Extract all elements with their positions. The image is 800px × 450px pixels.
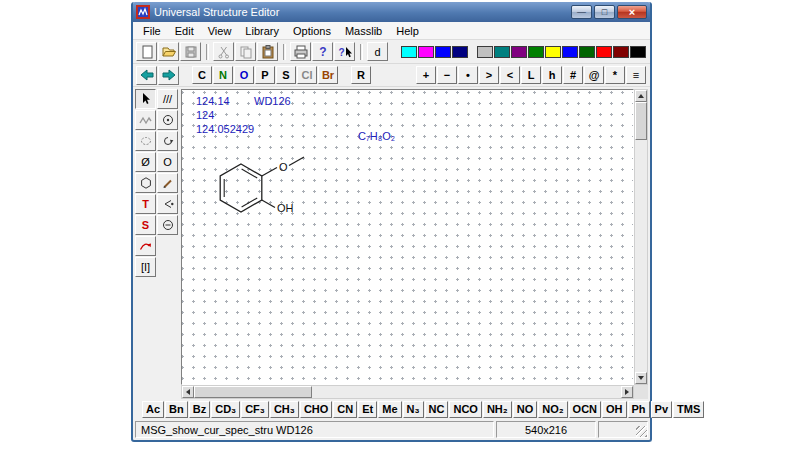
- horizontal-scrollbar[interactable]: [181, 385, 634, 399]
- element-button-cl[interactable]: Cl: [297, 66, 317, 84]
- chain-tool[interactable]: [135, 110, 156, 130]
- color-swatch[interactable]: [596, 46, 612, 58]
- group-button[interactable]: NC: [425, 401, 449, 418]
- group-button[interactable]: NO₂: [538, 401, 567, 418]
- structure-canvas[interactable]: 124.14 WD126 124 124.052429 C₇H₈O₂ O: [181, 89, 634, 385]
- cut-button[interactable]: [213, 42, 234, 61]
- group-button[interactable]: NO: [513, 401, 538, 418]
- color-swatch[interactable]: [528, 46, 544, 58]
- color-swatch[interactable]: [452, 46, 468, 58]
- element-button-s[interactable]: S: [276, 66, 296, 84]
- symbol-button-plus[interactable]: +: [416, 66, 436, 84]
- scroll-down-button[interactable]: [635, 372, 647, 384]
- pointer-tool[interactable]: [135, 89, 156, 109]
- color-swatch[interactable]: [630, 46, 646, 58]
- s-curve-tool[interactable]: S: [135, 215, 156, 235]
- group-button[interactable]: OH: [602, 401, 627, 418]
- group-button[interactable]: Bz: [189, 401, 210, 418]
- minus-circle-tool[interactable]: [157, 215, 178, 235]
- group-button[interactable]: TMS: [673, 401, 704, 418]
- horizontal-scroll-track[interactable]: [194, 386, 621, 398]
- save-button[interactable]: [180, 42, 201, 61]
- back-button[interactable]: [136, 66, 157, 85]
- symbol-button-l[interactable]: L: [521, 66, 541, 84]
- group-button[interactable]: Pv: [651, 401, 672, 418]
- menu-masslib[interactable]: Masslib: [338, 23, 389, 39]
- element-button-o[interactable]: O: [234, 66, 254, 84]
- group-button[interactable]: Bn: [165, 401, 188, 418]
- scroll-up-button[interactable]: [635, 90, 647, 102]
- ring-template-tool[interactable]: [135, 173, 156, 193]
- symbol-button-minus[interactable]: −: [437, 66, 457, 84]
- vertical-scroll-track[interactable]: [635, 102, 647, 372]
- vertical-scrollbar[interactable]: [634, 89, 648, 385]
- minimize-button[interactable]: —: [571, 5, 592, 19]
- group-button[interactable]: CD₃: [211, 401, 240, 418]
- curve-arrow-tool[interactable]: [135, 236, 156, 256]
- d-button[interactable]: d: [367, 42, 388, 61]
- new-file-button[interactable]: [136, 42, 157, 61]
- rotate-tool[interactable]: [157, 131, 178, 151]
- menu-file[interactable]: File: [136, 23, 168, 39]
- group-button[interactable]: Me: [378, 401, 401, 418]
- title-bar[interactable]: Universal Structure Editor — □ ×: [133, 2, 650, 22]
- symbol-button-dot[interactable]: •: [458, 66, 478, 84]
- print-button[interactable]: [290, 42, 311, 61]
- vertical-scroll-thumb[interactable]: [635, 102, 647, 140]
- symbol-button-at[interactable]: @: [584, 66, 604, 84]
- copy-button[interactable]: [235, 42, 256, 61]
- color-swatch[interactable]: [511, 46, 527, 58]
- symbol-button-star[interactable]: *: [605, 66, 625, 84]
- context-help-button[interactable]: ?: [334, 42, 355, 61]
- color-swatch[interactable]: [579, 46, 595, 58]
- group-button[interactable]: Ph: [628, 401, 650, 418]
- paste-button[interactable]: [257, 42, 278, 61]
- symbol-button-triple-bond[interactable]: ≡: [626, 66, 646, 84]
- close-button[interactable]: ×: [617, 5, 647, 19]
- circle-tool[interactable]: O: [157, 152, 178, 172]
- group-button[interactable]: OCN: [569, 401, 601, 418]
- forward-button[interactable]: [158, 66, 179, 85]
- color-swatch[interactable]: [435, 46, 451, 58]
- lasso-tool[interactable]: [135, 131, 156, 151]
- open-file-button[interactable]: [158, 42, 179, 61]
- r-group-button[interactable]: R: [351, 66, 371, 84]
- symbol-button-h[interactable]: h: [542, 66, 562, 84]
- menu-help[interactable]: Help: [389, 23, 426, 39]
- symbol-button-hash[interactable]: #: [563, 66, 583, 84]
- menu-options[interactable]: Options: [286, 23, 338, 39]
- color-swatch[interactable]: [401, 46, 417, 58]
- text-tool[interactable]: T: [135, 194, 156, 214]
- hatch-bond-tool[interactable]: ///: [157, 89, 178, 109]
- group-button[interactable]: NCO: [449, 401, 481, 418]
- pencil-tool[interactable]: [157, 173, 178, 193]
- menu-library[interactable]: Library: [238, 23, 286, 39]
- molecule-structure[interactable]: O OH: [196, 146, 326, 236]
- circle-dot-tool[interactable]: [157, 110, 178, 130]
- app-icon[interactable]: [136, 5, 150, 19]
- element-button-br[interactable]: Br: [318, 66, 338, 84]
- group-button[interactable]: Ac: [142, 401, 164, 418]
- group-button[interactable]: CN: [333, 401, 357, 418]
- angle-tool[interactable]: [157, 194, 178, 214]
- maximize-button[interactable]: □: [594, 5, 615, 19]
- symbol-button-gt[interactable]: >: [479, 66, 499, 84]
- color-swatch[interactable]: [562, 46, 578, 58]
- element-button-n[interactable]: N: [213, 66, 233, 84]
- color-swatch[interactable]: [613, 46, 629, 58]
- element-button-p[interactable]: P: [255, 66, 275, 84]
- menu-view[interactable]: View: [201, 23, 239, 39]
- group-button[interactable]: NH₂: [483, 401, 512, 418]
- group-button[interactable]: CF₃: [241, 401, 269, 418]
- color-swatch[interactable]: [494, 46, 510, 58]
- group-button[interactable]: N₃: [403, 401, 424, 418]
- color-swatch[interactable]: [418, 46, 434, 58]
- color-swatch[interactable]: [545, 46, 561, 58]
- menu-edit[interactable]: Edit: [168, 23, 201, 39]
- scroll-right-button[interactable]: [621, 386, 633, 398]
- horizontal-scroll-thumb[interactable]: [194, 386, 312, 398]
- phi-tool[interactable]: Ø: [135, 152, 156, 172]
- color-swatch[interactable]: [477, 46, 493, 58]
- group-button[interactable]: CH₃: [270, 401, 299, 418]
- help-button[interactable]: ?: [312, 42, 333, 61]
